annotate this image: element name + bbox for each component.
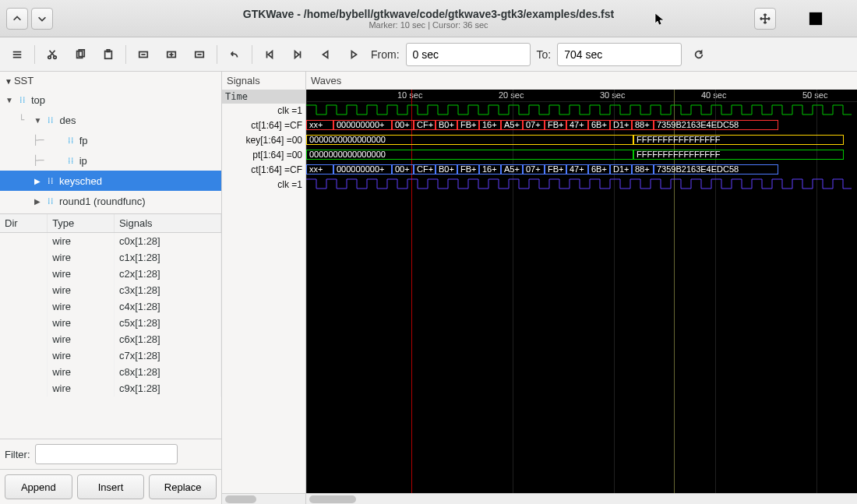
tree-label: fp [79, 135, 88, 146]
signal-name[interactable]: ct[1:64] =CF [225, 163, 302, 178]
go-start-button[interactable] [259, 44, 280, 65]
window-title: GTKWave - /home/bybell/gtkwave/code/gtkw… [0, 8, 857, 20]
undo-button[interactable] [224, 44, 245, 65]
hamburger-menu-button[interactable] [6, 44, 28, 65]
sst-title: ▼SST [0, 72, 221, 90]
signal-name[interactable]: clk =1 [225, 178, 302, 192]
mouse-cursor-icon [654, 12, 665, 26]
tree-label: keysched [59, 175, 102, 187]
col-signals[interactable]: Signals [114, 214, 220, 233]
toolbar: From: To: [0, 37, 857, 72]
zoom-out-button[interactable] [189, 44, 210, 65]
sst-buttons: Append Insert Replace [0, 469, 221, 504]
table-row[interactable]: wirec2x[1:28] [0, 266, 221, 282]
module-icon: ⁞⁞ [65, 156, 76, 166]
table-row[interactable]: wirec6x[1:28] [0, 331, 221, 347]
zoom-fit-button[interactable] [132, 44, 154, 65]
module-icon: ⁞⁞ [17, 95, 28, 105]
filter-input[interactable] [35, 444, 178, 464]
insert-button[interactable]: Insert [77, 474, 145, 499]
go-end-button[interactable] [287, 44, 309, 65]
module-icon: ⁞⁞ [45, 176, 56, 186]
time-tick: 40 sec [701, 90, 726, 100]
wave-area[interactable]: 10 sec20 sec30 sec40 sec50 secxx+0000000… [306, 90, 857, 493]
from-input[interactable] [406, 43, 531, 66]
tree-item-round1[interactable]: ▶⁞⁞round1 (roundfunc) [0, 191, 221, 211]
time-tick: 30 sec [600, 90, 625, 100]
wave-pane: Waves 10 sec20 sec30 sec40 sec50 secxx+0… [306, 72, 857, 504]
from-label: From: [371, 48, 400, 61]
signals-header: Signals [222, 72, 305, 90]
signal-name[interactable]: key[1:64] =00 [225, 133, 302, 148]
svg-point-1 [48, 55, 51, 58]
step-back-button[interactable] [315, 44, 337, 65]
table-row[interactable]: wirec0x[1:28] [0, 233, 221, 250]
table-row[interactable]: wirec1x[1:28] [0, 249, 221, 266]
filter-row: Filter: [0, 439, 221, 469]
tree-item-fp[interactable]: ├─ ⁞⁞fp [0, 130, 221, 150]
separator [125, 45, 126, 64]
module-icon: ⁞⁞ [45, 196, 56, 206]
tree-label: top [31, 94, 45, 106]
col-type[interactable]: Type [48, 214, 115, 233]
signal-table[interactable]: DirTypeSignals wirec0x[1:28]wirec1x[1:28… [0, 214, 221, 439]
tree-label: des [59, 115, 76, 126]
signal-names-scrollbar[interactable] [222, 493, 305, 504]
table-row[interactable]: wirec7x[1:28] [0, 347, 221, 364]
separator [252, 45, 252, 64]
header-up-button[interactable] [6, 8, 28, 30]
module-icon: ⁞⁞ [45, 115, 56, 125]
close-button[interactable] [831, 9, 851, 29]
time-tick: 10 sec [397, 90, 422, 100]
cut-button[interactable] [41, 44, 63, 65]
table-row[interactable]: wirec4x[1:28] [0, 298, 221, 315]
filter-label: Filter: [5, 449, 30, 460]
signal-names-pane: Signals Time clk =1ct[1:64] =CFkey[1:64]… [222, 72, 306, 504]
table-row[interactable]: wirec8x[1:28] [0, 364, 221, 380]
signal-name[interactable]: clk =1 [225, 104, 302, 118]
table-row[interactable]: wirec3x[1:28] [0, 282, 221, 298]
tree-item-keysched[interactable]: ▶⁞⁞keysched [0, 171, 221, 191]
copy-button[interactable] [69, 44, 91, 65]
separator [217, 45, 217, 64]
window-subtitle: Marker: 10 sec | Cursor: 36 sec [0, 20, 857, 30]
signal-name[interactable]: pt[1:64] =00 [225, 148, 302, 163]
svg-point-2 [54, 55, 57, 58]
step-fwd-button[interactable] [343, 44, 365, 65]
svg-rect-0 [809, 12, 822, 24]
module-icon: ⁞⁞ [65, 136, 76, 146]
zoom-in-button[interactable] [160, 44, 182, 65]
wave-scrollbar[interactable] [306, 493, 857, 504]
paste-button[interactable] [97, 44, 119, 65]
title-bar: GTKWave - /home/bybell/gtkwave/code/gtkw… [0, 0, 857, 37]
table-row[interactable]: wirec9x[1:28] [0, 380, 221, 397]
minimize-button[interactable] [781, 9, 801, 29]
tree-item-ip[interactable]: ├─ ⁞⁞ip [0, 150, 221, 171]
maximize-button[interactable] [806, 9, 826, 29]
signal-name-list[interactable]: clk =1ct[1:64] =CFkey[1:64] =00pt[1:64] … [222, 104, 305, 493]
time-tick: 20 sec [499, 90, 524, 100]
time-tick: 50 sec [802, 90, 827, 100]
table-row[interactable]: wirec5x[1:28] [0, 315, 221, 331]
tree-label: ip [79, 155, 87, 167]
move-window-button[interactable] [754, 8, 776, 30]
signal-name[interactable]: ct[1:64] =CF [225, 118, 302, 133]
append-button[interactable]: Append [5, 474, 72, 499]
tree-item-des[interactable]: └ ▼⁞⁞des [0, 110, 221, 130]
tree-label: round1 (roundfunc) [59, 196, 146, 207]
header-down-button[interactable] [31, 8, 53, 30]
main-area: ▼SST ▼⁞⁞top└ ▼⁞⁞des├─ ⁞⁞fp├─ ⁞⁞ip▶⁞⁞keys… [0, 72, 857, 504]
waves-header: Waves [306, 72, 857, 90]
hierarchy-tree[interactable]: ▼⁞⁞top└ ▼⁞⁞des├─ ⁞⁞fp├─ ⁞⁞ip▶⁞⁞keysched▶… [0, 90, 221, 214]
replace-button[interactable]: Replace [149, 474, 217, 499]
separator [34, 45, 35, 64]
to-input[interactable] [557, 43, 682, 66]
to-label: To: [537, 48, 552, 61]
time-header: Time [222, 90, 305, 104]
sst-pane: ▼SST ▼⁞⁞top└ ▼⁞⁞des├─ ⁞⁞fp├─ ⁞⁞ip▶⁞⁞keys… [0, 72, 222, 504]
col-dir[interactable]: Dir [0, 214, 48, 233]
reload-button[interactable] [688, 44, 710, 65]
tree-item-top[interactable]: ▼⁞⁞top [0, 90, 221, 110]
